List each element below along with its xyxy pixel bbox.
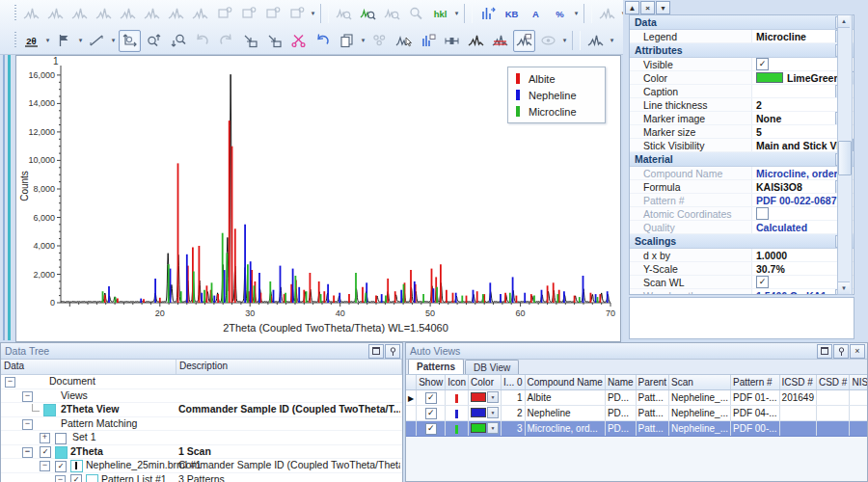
property-value[interactable]: Microcline, ordered <box>756 168 850 179</box>
show-checkbox-cell[interactable]: ✓ <box>417 421 446 437</box>
column-header-data[interactable]: Data <box>1 360 176 374</box>
tree-row[interactable]: −✓2Theta1 Scan <box>1 445 402 460</box>
tree-row[interactable]: −Views <box>1 389 402 404</box>
table-cell[interactable]: PD... <box>605 421 636 437</box>
table-cell[interactable]: Patt... <box>636 406 668 421</box>
paste-grid-button[interactable] <box>263 30 285 52</box>
table-cell[interactable] <box>779 421 816 437</box>
tab-db-view[interactable]: DB View <box>465 360 519 374</box>
percent-scale-button[interactable]: % <box>549 3 571 25</box>
toolbar-dropdown-arrow[interactable]: ▾ <box>359 31 367 51</box>
toolbar-dropdown-arrow[interactable]: ▾ <box>452 4 461 24</box>
property-value[interactable]: KAlSi3O8 <box>756 181 802 193</box>
scroll-down-button[interactable]: ▼ <box>838 281 850 294</box>
table-cell[interactable]: Nepheline_... <box>669 406 731 421</box>
table-column-header[interactable]: NIST # <box>850 375 867 390</box>
table-cell[interactable] <box>816 390 849 406</box>
search-match-button[interactable] <box>357 3 379 25</box>
chart-view-panel[interactable]: 1 02,0004,0006,0008,00010,00012,00014,00… <box>15 55 621 342</box>
zoom-axes-button[interactable] <box>119 30 141 52</box>
property-value[interactable]: Calculated <box>756 222 807 233</box>
table-cell[interactable]: Patt... <box>636 421 668 437</box>
table-cell[interactable]: 201649 <box>779 390 816 406</box>
toolbar-dropdown-arrow[interactable]: ▾ <box>109 31 118 51</box>
tree-row[interactable]: +Set 1 <box>1 431 402 445</box>
tree-row[interactable]: −✓Nepheline_25min.brml #1Commander Sampl… <box>1 459 402 473</box>
reset-zoom-button[interactable] <box>312 30 334 52</box>
pattern-color-cell[interactable]: ▼ <box>469 390 502 406</box>
table-column-header[interactable]: CSD # <box>816 375 849 390</box>
pin-panel-button[interactable] <box>833 344 849 359</box>
table-cell[interactable] <box>850 421 867 437</box>
tree-item-label[interactable]: Views <box>61 389 88 403</box>
pattern-color-cell[interactable]: ▼ <box>469 406 502 421</box>
tree-expander[interactable]: − <box>40 461 50 471</box>
pattern-color-cell[interactable]: ▼ <box>469 421 502 437</box>
table-column-header[interactable]: Color <box>469 375 502 390</box>
toolbar-dropdown-arrow[interactable]: ▾ <box>76 31 85 51</box>
table-cell[interactable] <box>850 390 867 406</box>
pin-panel-button[interactable] <box>385 344 400 359</box>
tree-item-label[interactable]: Pattern Matching <box>61 417 137 431</box>
tab-patterns[interactable]: Patterns <box>408 359 464 374</box>
tree-row[interactable]: −Pattern Matching <box>1 417 402 432</box>
table-cell[interactable] <box>816 421 849 437</box>
table-column-header[interactable]: Name <box>605 375 636 390</box>
toolbar-dropdown-arrow[interactable]: ▾ <box>560 31 569 51</box>
tree-item-label[interactable]: Set 1 <box>72 431 96 444</box>
stick-view-button[interactable] <box>513 30 535 52</box>
limit-lines-button[interactable] <box>489 30 511 52</box>
table-cell[interactable]: PDF 04-... <box>731 406 780 421</box>
flag-tool-button[interactable] <box>53 30 75 52</box>
tree-item-label[interactable]: Document <box>49 375 95 388</box>
toolbar-dropdown-arrow[interactable]: ▾ <box>608 31 616 51</box>
slider-tool-button[interactable] <box>441 30 463 52</box>
collapse-panel-button[interactable]: ▲ <box>625 1 639 14</box>
property-checkbox[interactable]: ✓ <box>756 276 769 288</box>
tree-expander[interactable]: − <box>22 391 33 402</box>
table-cell[interactable] <box>779 406 816 421</box>
peak-pick-button[interactable] <box>393 30 415 52</box>
zoom-out-button[interactable] <box>167 30 189 52</box>
property-value[interactable]: 30.7% <box>756 263 785 275</box>
table-cell[interactable]: PD... <box>605 390 636 406</box>
pattern-row[interactable]: ✓▼3Microcline, ord...PD...Patt...Nepheli… <box>406 421 867 437</box>
table-cell[interactable] <box>816 406 849 421</box>
close-panel-button[interactable]: × <box>850 344 865 359</box>
table-cell[interactable]: Nepheline_... <box>669 421 731 437</box>
table-column-header[interactable]: Icon <box>446 375 469 390</box>
tree-item-label[interactable]: 2Theta <box>70 445 103 459</box>
table-cell[interactable]: PDF 00-... <box>731 421 780 437</box>
property-grid-scrollbar[interactable]: ▲ ▼ <box>837 14 853 295</box>
table-column-header[interactable]: Pattern # <box>731 375 780 390</box>
column-header-description[interactable]: Description <box>176 360 402 374</box>
tree-item-label[interactable]: Pattern List #1 <box>101 473 167 482</box>
tree-row[interactable]: −Document <box>1 375 402 389</box>
pattern-row[interactable]: ▶✓▼1AlbitePD...Patt...Nepheline_...PDF 0… <box>406 390 867 406</box>
tree-expander[interactable]: − <box>22 447 33 458</box>
twotheta-axis-button[interactable]: 2θ <box>20 30 42 52</box>
hkl-pick-button[interactable]: hkl <box>429 3 451 25</box>
tree-item-label[interactable]: 2Theta View <box>61 403 120 416</box>
table-cell[interactable]: PDF 01-... <box>731 390 780 406</box>
toolbar-dropdown-arrow[interactable]: ▾ <box>43 31 52 51</box>
slope-tool-button[interactable] <box>86 30 108 52</box>
tree-expander[interactable]: − <box>55 475 66 482</box>
toolbar-dropdown-arrow[interactable]: ▾ <box>572 4 581 24</box>
table-column-header[interactable]: I... 0 <box>502 375 525 390</box>
tree-row[interactable]: −✓Pattern List #13 Patterns <box>1 473 402 482</box>
cut-button[interactable] <box>287 30 310 52</box>
table-cell[interactable]: Albite <box>525 390 605 406</box>
dropdown-button[interactable]: ▼ <box>853 139 854 151</box>
table-column-header[interactable]: Show <box>417 375 446 390</box>
show-checkbox-cell[interactable]: ✓ <box>417 406 446 421</box>
tree-row[interactable]: 2Theta ViewCommander Sample ID (Coupled … <box>1 403 402 417</box>
toolbar-grip[interactable] <box>14 5 16 22</box>
toolbar-dropdown-arrow[interactable]: ▾ <box>309 4 317 24</box>
paste-view-button[interactable] <box>239 30 261 52</box>
area-tool-button[interactable] <box>465 30 487 52</box>
table-cell[interactable] <box>850 406 867 421</box>
property-value[interactable]: 1.5406 Cu KA1 <box>756 290 827 296</box>
tree-checkbox[interactable]: ✓ <box>40 446 51 458</box>
compare-views-button[interactable] <box>584 30 607 52</box>
